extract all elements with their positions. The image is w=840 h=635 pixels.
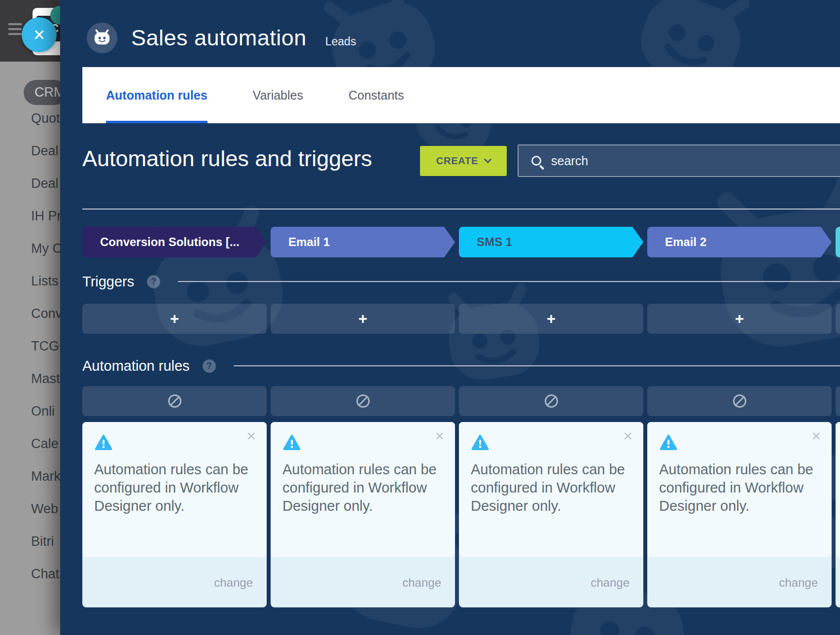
rules-disabled-slot bbox=[459, 386, 643, 416]
section-divider bbox=[178, 281, 840, 282]
warning-icon bbox=[94, 434, 113, 451]
prohibited-icon bbox=[545, 394, 558, 408]
notice-card: × Automation rules can be configured in … bbox=[647, 422, 832, 607]
close-icon: × bbox=[34, 24, 45, 46]
plus-icon: + bbox=[170, 310, 179, 328]
search-input[interactable] bbox=[551, 154, 807, 168]
plus-icon: + bbox=[735, 310, 744, 328]
close-panel-button[interactable]: × bbox=[22, 17, 57, 52]
change-link[interactable]: change bbox=[779, 576, 818, 590]
hamburger-menu-icon[interactable] bbox=[8, 23, 22, 35]
triggers-title: Triggers bbox=[82, 274, 134, 290]
add-trigger-button[interactable]: + bbox=[82, 304, 267, 334]
rules-slot-row bbox=[82, 386, 840, 416]
prohibited-icon bbox=[356, 394, 370, 408]
tab-label: Variables bbox=[253, 88, 303, 103]
warning-icon bbox=[659, 434, 678, 451]
robot-avatar bbox=[87, 23, 117, 53]
add-trigger-button-partial[interactable] bbox=[836, 304, 840, 334]
rules-disabled-slot bbox=[82, 386, 267, 416]
close-icon[interactable]: × bbox=[435, 428, 444, 444]
help-glyph: ? bbox=[151, 277, 156, 287]
search-icon bbox=[531, 156, 541, 166]
pipeline-stage-bar: Conversion Solutions [... Email 1 SMS 1 … bbox=[82, 227, 840, 257]
robot-icon bbox=[92, 29, 112, 47]
tab-constants[interactable]: Constants bbox=[349, 67, 404, 123]
search-box[interactable] bbox=[518, 144, 840, 177]
stage-next-partial[interactable] bbox=[836, 227, 840, 257]
plus-icon: + bbox=[547, 310, 556, 328]
plus-icon: + bbox=[358, 310, 367, 328]
add-trigger-button[interactable]: + bbox=[271, 304, 455, 334]
section-heading: Automation rules and triggers bbox=[82, 146, 372, 172]
sales-automation-panel: Sales automation Leads Automation rules … bbox=[60, 0, 840, 635]
tab-variables[interactable]: Variables bbox=[253, 67, 303, 123]
page-subtitle: Leads bbox=[325, 35, 356, 48]
notice-card-body bbox=[836, 422, 840, 557]
create-button[interactable]: CREATE bbox=[420, 146, 507, 176]
rules-disabled-slot-partial bbox=[836, 386, 840, 416]
page-title: Sales automation bbox=[131, 25, 307, 51]
rules-title: Automation rules bbox=[82, 358, 190, 374]
triggers-slot-row: + + + + bbox=[82, 304, 840, 334]
stage-email-1[interactable]: Email 1 bbox=[271, 227, 455, 257]
add-trigger-button[interactable]: + bbox=[459, 304, 643, 334]
notice-card: × Automation rules can be configured in … bbox=[459, 422, 643, 607]
change-link[interactable]: change bbox=[214, 576, 253, 590]
stage-sms-1[interactable]: SMS 1 bbox=[459, 227, 643, 257]
notice-message: Automation rules can be configured in Wo… bbox=[282, 460, 443, 515]
notice-card: × Automation rules can be configured in … bbox=[271, 422, 455, 607]
panel-header: Sales automation Leads bbox=[87, 23, 356, 53]
create-button-label: CREATE bbox=[436, 155, 479, 167]
help-icon[interactable]: ? bbox=[147, 275, 160, 288]
change-link[interactable]: change bbox=[402, 576, 441, 590]
app-screen: TC × CRM Quot Deal Deal IH Pr My C Lists… bbox=[0, 0, 840, 635]
tab-label: Constants bbox=[349, 88, 404, 103]
toolbar-divider bbox=[82, 209, 840, 210]
warning-icon bbox=[471, 434, 490, 451]
robot-watermark-icon bbox=[428, 278, 560, 402]
tab-label: Automation rules bbox=[106, 88, 208, 103]
close-icon[interactable]: × bbox=[623, 428, 632, 444]
rules-disabled-slot bbox=[647, 386, 832, 416]
warning-icon bbox=[282, 434, 301, 451]
tab-bar: Automation rules Variables Constants bbox=[82, 67, 840, 123]
prohibited-icon bbox=[733, 394, 746, 408]
help-icon[interactable]: ? bbox=[203, 359, 216, 373]
triggers-section-header: Triggers ? bbox=[82, 272, 840, 291]
notice-card-partial bbox=[836, 422, 840, 607]
change-link[interactable]: change bbox=[591, 576, 630, 590]
help-glyph: ? bbox=[207, 361, 212, 371]
close-icon[interactable]: × bbox=[246, 428, 256, 444]
add-trigger-button[interactable]: + bbox=[647, 304, 832, 334]
prohibited-icon bbox=[168, 394, 181, 408]
rules-disabled-slot bbox=[271, 386, 455, 416]
close-icon[interactable]: × bbox=[811, 428, 821, 444]
rules-notice-row: × Automation rules can be configured in … bbox=[82, 422, 840, 607]
stage-conversion-solutions[interactable]: Conversion Solutions [... bbox=[82, 227, 267, 257]
tab-automation-rules[interactable]: Automation rules bbox=[106, 67, 208, 123]
rules-section-header: Automation rules ? bbox=[82, 356, 840, 375]
stage-email-2[interactable]: Email 2 bbox=[647, 227, 832, 257]
section-divider bbox=[234, 365, 840, 366]
notice-card: × Automation rules can be configured in … bbox=[82, 422, 267, 607]
notice-message: Automation rules can be configured in Wo… bbox=[471, 460, 631, 515]
notice-message: Automation rules can be configured in Wo… bbox=[659, 460, 820, 515]
chevron-down-icon bbox=[484, 156, 492, 164]
notice-message: Automation rules can be configured in Wo… bbox=[94, 460, 255, 515]
